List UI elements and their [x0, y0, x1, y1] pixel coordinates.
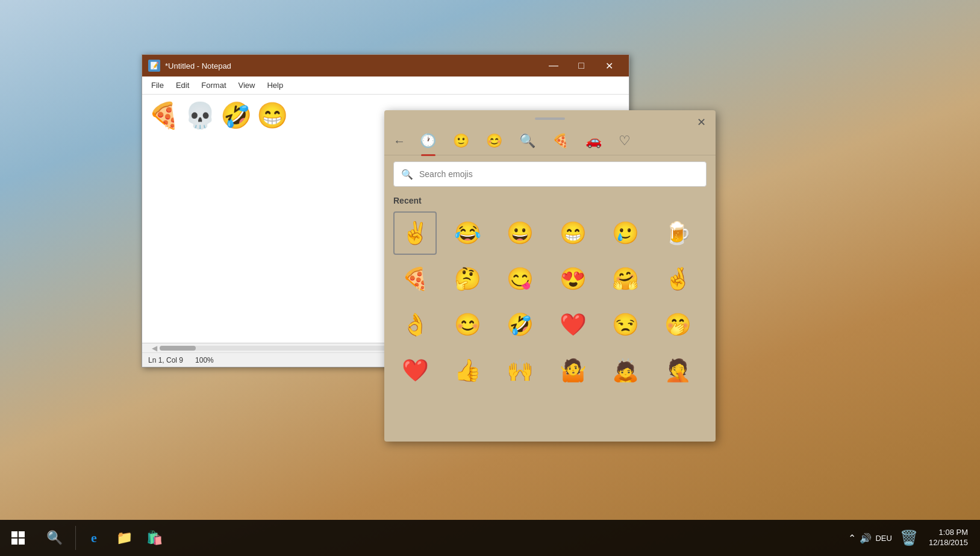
emoji-cell-bow[interactable]: 🙇 [604, 349, 647, 392]
emoji-pizza: 🍕 [148, 101, 179, 130]
emoji-grin: 😁 [257, 101, 288, 130]
emoji-cell-smile-tear[interactable]: 🥲 [604, 211, 647, 255]
emoji-category-food[interactable]: 🍕 [550, 131, 571, 151]
recycle-bin-icon[interactable]: 🗑️ [900, 529, 918, 546]
emoji-cell-smiling[interactable]: 🤗 [604, 257, 647, 301]
emoji-rofl: 🤣 [220, 101, 252, 130]
menu-view[interactable]: View [233, 78, 261, 92]
folder-icon: 📁 [116, 530, 133, 546]
taskbar-edge-icon[interactable]: e [79, 520, 109, 556]
emoji-cell-thumbsup[interactable]: 👍 [446, 349, 489, 392]
taskbar-clock[interactable]: 1:08 PM 12/18/2015 [923, 528, 974, 548]
menu-help[interactable]: Help [261, 78, 289, 92]
taskbar-search-button[interactable]: 🔍 [36, 520, 72, 556]
emoji-section-recent-label: Recent [384, 193, 716, 208]
svg-rect-0 [11, 531, 17, 537]
menu-edit[interactable]: Edit [170, 78, 195, 92]
edge-icon: e [91, 530, 97, 546]
taskbar-right-tray: ⌃ 🔊 DEU 🗑️ 1:08 PM 12/18/2015 [845, 528, 980, 548]
emoji-category-travel[interactable]: 🚗 [583, 131, 604, 151]
store-icon: 🛍️ [146, 530, 163, 546]
emoji-category-heart[interactable]: ♡ [616, 131, 633, 151]
emoji-search-input[interactable] [419, 169, 699, 179]
emoji-picker-nav: ← 🕐 🙂 😊 🔍 🍕 🚗 ♡ [384, 127, 716, 155]
scroll-left-arrow[interactable]: ◀ [152, 344, 157, 352]
emoji-cell-shrug[interactable]: 🤷 [551, 349, 595, 392]
search-icon: 🔍 [401, 169, 413, 180]
emoji-cell-raised-hands[interactable]: 🙌 [499, 349, 542, 392]
cursor-position: Ln 1, Col 9 [148, 356, 183, 364]
notepad-titlebar: 📝 *Untitled - Notepad ― □ ✕ [142, 55, 629, 77]
menu-file[interactable]: File [145, 78, 170, 92]
svg-rect-3 [19, 539, 25, 545]
svg-rect-1 [19, 531, 25, 537]
notepad-window-controls: ― □ ✕ [540, 55, 623, 77]
emoji-grid-recent: ✌️ 😂 😀 😁 🥲 🍺 🍕 🤔 😋 😍 🤗 🤞 👌 😊 🤣 ❤️ 😒 🤭 ❤️… [384, 208, 716, 395]
menu-format[interactable]: Format [195, 78, 232, 92]
notepad-app-icon: 📝 [148, 60, 160, 72]
emoji-cell-beer[interactable]: 🍺 [657, 211, 700, 255]
drag-bar [535, 117, 565, 120]
language-indicator[interactable]: DEU [875, 534, 891, 543]
start-button[interactable] [0, 520, 36, 556]
emoji-picker-close-button[interactable]: ✕ [693, 114, 710, 131]
taskbar-divider [75, 526, 76, 550]
emoji-cell-yum[interactable]: 😋 [499, 257, 542, 301]
emoji-category-recent[interactable]: 🕐 [417, 131, 439, 151]
emoji-cell-expressionless[interactable]: 😒 [604, 303, 647, 346]
emoji-cell-facepalm[interactable]: 🤦 [657, 349, 700, 392]
emoji-cell-redheart[interactable]: ❤️ [551, 303, 595, 346]
emoji-cell-heart2[interactable]: ❤️ [393, 349, 437, 392]
svg-rect-2 [11, 539, 17, 545]
tray-up-arrow-icon[interactable]: ⌃ [848, 533, 856, 544]
system-tray: ⌃ 🔊 DEU [845, 533, 894, 544]
emoji-cell-ok[interactable]: 👌 [393, 303, 437, 346]
taskbar-time-display: 1:08 PM [929, 528, 968, 538]
emoji-picker-panel: ✕ ← 🕐 🙂 😊 🔍 🍕 🚗 ♡ 🔍 Recent ✌️ 😂 [384, 110, 716, 442]
emoji-cell-peace[interactable]: ✌️ [393, 211, 437, 255]
notepad-menubar: File Edit Format View Help [142, 77, 629, 95]
desktop: 📝 *Untitled - Notepad ― □ ✕ File Edit Fo… [0, 0, 980, 556]
minimize-button[interactable]: ― [540, 55, 567, 77]
taskbar-date-display: 12/18/2015 [929, 538, 968, 548]
emoji-cell-thinking[interactable]: 🤔 [446, 257, 489, 301]
emoji-picker-drag-handle[interactable]: ✕ [384, 110, 716, 127]
emoji-nav-back-button[interactable]: ← [393, 134, 405, 148]
emoji-skull: 💀 [184, 101, 216, 130]
emoji-cell-hearteyes[interactable]: 😍 [551, 257, 595, 301]
taskbar-explorer-icon[interactable]: 📁 [109, 520, 139, 556]
emoji-category-nature[interactable]: 🔍 [517, 131, 538, 151]
taskbar-store-icon[interactable]: 🛍️ [139, 520, 169, 556]
emoji-cell-grin[interactable]: 😀 [499, 211, 542, 255]
scroll-thumb[interactable] [160, 346, 196, 351]
emoji-cell-rofl[interactable]: 🤣 [499, 303, 542, 346]
emoji-cell-laughcry[interactable]: 😂 [446, 211, 489, 255]
taskbar: 🔍 e 📁 🛍️ ⌃ 🔊 DEU 🗑️ 1:08 PM [0, 520, 980, 556]
emoji-cell-teeth[interactable]: 😁 [551, 211, 595, 255]
emoji-cell-happy[interactable]: 😊 [446, 303, 489, 346]
close-button[interactable]: ✕ [595, 55, 623, 77]
emoji-cell-pizza[interactable]: 🍕 [393, 257, 437, 301]
emoji-category-people[interactable]: 😊 [484, 131, 505, 151]
zoom-level: 100% [195, 356, 214, 364]
windows-logo-icon [11, 531, 25, 545]
volume-icon[interactable]: 🔊 [860, 533, 872, 544]
notepad-title: *Untitled - Notepad [165, 61, 540, 70]
maximize-button[interactable]: □ [567, 55, 595, 77]
emoji-search-box[interactable]: 🔍 [393, 161, 707, 187]
emoji-cell-shush[interactable]: 🤭 [657, 303, 700, 346]
emoji-search-container: 🔍 [384, 155, 716, 193]
search-magnifier-icon: 🔍 [46, 530, 63, 546]
emoji-category-smileys[interactable]: 🙂 [451, 131, 472, 151]
emoji-cell-crossed-fingers[interactable]: 🤞 [657, 257, 700, 301]
